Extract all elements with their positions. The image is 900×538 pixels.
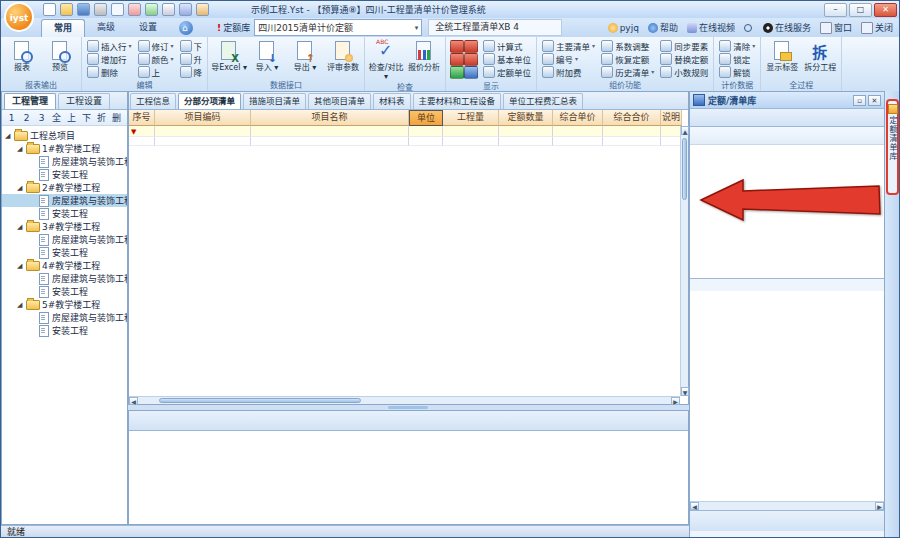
ribbon-button[interactable]: 导Excel ▾ [210, 38, 248, 80]
scrollbar-thumb[interactable] [682, 138, 687, 200]
expander-icon[interactable]: ◢ [17, 223, 26, 231]
tree-node[interactable]: 房屋建筑与装饰工程 [2, 311, 127, 324]
library-list-scrollbar[interactable]: ◀ ▶ [690, 501, 884, 510]
tree-node[interactable]: ◢3#教学楼工程 [2, 220, 127, 233]
tree-node[interactable]: ◢4#教学楼工程 [2, 259, 127, 272]
ribbon-small-button[interactable]: 历史清单▾ [599, 65, 656, 78]
main-tab-3[interactable]: 其他项目清单 [308, 93, 371, 109]
ribbon-button[interactable]: 预览 [41, 38, 79, 80]
formula-icon[interactable] [162, 3, 175, 16]
ribbon-button[interactable]: 报表 [3, 38, 41, 80]
column-header[interactable]: 项目编码 [155, 110, 251, 126]
quota-library-select[interactable]: 四川2015清单计价定额 ▾ [254, 19, 422, 36]
maximize-button[interactable]: □ [849, 3, 872, 17]
ribbon-small-button[interactable]: 系数调整 [599, 39, 656, 52]
ribbon-button[interactable]: 检查/对比 ▾ [367, 38, 405, 82]
expander-icon[interactable]: ◢ [5, 132, 14, 140]
menu-tab-2[interactable]: 设置 [127, 19, 169, 36]
menubar-item[interactable]: 窗口 [820, 21, 852, 34]
main-tab-4[interactable]: 材料表 [373, 93, 411, 109]
tree-node[interactable]: 安装工程 [2, 285, 127, 298]
ribbon-button[interactable]: 报价分析 [405, 38, 443, 82]
ribbon-small-button[interactable]: 计算式 [481, 39, 533, 52]
tree-node[interactable]: 房屋建筑与装饰工程 [2, 194, 127, 207]
ribbon-button[interactable]: 评审参数 [324, 38, 362, 80]
expander-icon[interactable]: ◢ [17, 262, 26, 270]
ribbon-small-button[interactable]: 增加行 [85, 52, 134, 65]
ribbon-small-button[interactable]: 降 [178, 65, 205, 78]
ribbon-small-button[interactable]: 解锁 [717, 65, 757, 78]
menubar-item[interactable]: 在线服务 [763, 21, 811, 34]
ribbon-small-button[interactable]: 锁定 [717, 52, 757, 65]
menubar-item[interactable]: 在线视频 [687, 21, 735, 34]
scroll-left-icon[interactable]: ◀ [129, 397, 138, 405]
ribbon-button[interactable]: 拆分工程 [801, 38, 839, 80]
main-tab-5[interactable]: 主要材料和工程设备 [413, 93, 502, 109]
expander-icon[interactable]: ◢ [17, 301, 26, 309]
ribbon-small-button[interactable]: 替换定额 [658, 52, 710, 65]
spec-select[interactable]: 全统工程量清单XB 4 [428, 19, 562, 36]
vertical-scrollbar[interactable]: ▲ ▼ [680, 126, 688, 396]
ribbon-small-button[interactable]: 修订▾ [136, 39, 176, 52]
tree-node[interactable]: ◢1#教学楼工程 [2, 142, 127, 155]
ribbon-small-button[interactable]: 下 [178, 39, 205, 52]
minimize-button[interactable]: – [824, 3, 847, 17]
expander-icon[interactable]: ◢ [17, 145, 26, 153]
main-tab-6[interactable]: 单位工程费汇总表 [503, 93, 583, 109]
tree-node[interactable]: ◢工程总项目 [2, 129, 127, 142]
column-header[interactable]: 综合合价 [603, 110, 661, 126]
horizontal-scrollbar[interactable]: ◀ ▶ [129, 396, 680, 404]
new-file-icon[interactable] [43, 3, 56, 16]
ribbon-small-button[interactable]: 上 [136, 65, 176, 78]
tree-node[interactable]: 安装工程 [2, 207, 127, 220]
left-panel-tab-0[interactable]: 工程管理 [4, 93, 56, 109]
display-toggle-icon[interactable] [450, 53, 464, 66]
main-tab-2[interactable]: 措施项目清单 [243, 93, 306, 109]
grid-row[interactable] [129, 137, 680, 146]
tree-toolbar-button-3[interactable]: 全 [50, 111, 63, 124]
column-header[interactable]: 定额数量 [499, 110, 553, 126]
tree-toolbar-button-1[interactable]: 2 [20, 113, 33, 123]
save-icon[interactable] [77, 3, 90, 16]
menubar-item[interactable]: 关闭 [861, 21, 893, 34]
menubar-item[interactable] [744, 24, 754, 32]
tree-node[interactable]: 房屋建筑与装饰工程 [2, 155, 127, 168]
tree-node[interactable]: 房屋建筑与装饰工程 [2, 233, 127, 246]
tree-toolbar-button-5[interactable]: 下 [80, 111, 93, 124]
column-header[interactable]: 综合单价 [553, 110, 603, 126]
ribbon-small-button[interactable]: 颜色▾ [136, 52, 176, 65]
main-tab-1[interactable]: 分部分项清单 [178, 93, 241, 109]
tree-node[interactable]: 安装工程 [2, 324, 127, 337]
scrollbar-thumb[interactable] [159, 398, 361, 403]
display-toggle-icon[interactable] [450, 40, 464, 53]
display-toggle-icon[interactable] [450, 66, 464, 79]
open-icon[interactable] [60, 3, 73, 16]
tree-node[interactable]: 房屋建筑与装饰工程 [2, 272, 127, 285]
tree-node[interactable]: ◢2#教学楼工程 [2, 181, 127, 194]
home-icon[interactable] [179, 21, 193, 35]
filter-icon[interactable]: ▼ [131, 128, 136, 136]
undo-icon[interactable] [179, 3, 192, 16]
tree-node[interactable]: 安装工程 [2, 246, 127, 259]
tree-toolbar-button-6[interactable]: 折 [95, 111, 108, 124]
scroll-left-icon[interactable]: ◀ [690, 502, 699, 510]
scroll-right-icon[interactable]: ▶ [875, 502, 884, 510]
ribbon-small-button[interactable]: 编号▾ [540, 52, 597, 65]
scroll-up-icon[interactable]: ▲ [681, 126, 689, 135]
column-header[interactable]: 说明 [661, 110, 682, 126]
display-toggle-icon[interactable] [464, 53, 478, 66]
menubar-item[interactable]: 帮助 [648, 21, 678, 34]
ribbon-small-button[interactable]: 恢复定额 [599, 52, 656, 65]
expander-icon[interactable]: ◢ [17, 184, 26, 192]
menubar-item[interactable]: pyjq [608, 23, 639, 33]
redo-icon[interactable] [196, 3, 209, 16]
ribbon-small-button[interactable]: 基本单位 [481, 52, 533, 65]
ribbon-small-button[interactable]: 主要清单▾ [540, 39, 597, 52]
menu-tab-1[interactable]: 高级 [85, 19, 127, 36]
ribbon-small-button[interactable]: 同步要素 [658, 39, 710, 52]
cut-icon[interactable] [128, 3, 141, 16]
print-icon[interactable] [94, 3, 107, 16]
pin-button[interactable]: ▫ [853, 95, 866, 106]
tree-toolbar-button-4[interactable]: 上 [65, 111, 78, 124]
tree-toolbar-button-7[interactable]: 删 [110, 111, 123, 124]
